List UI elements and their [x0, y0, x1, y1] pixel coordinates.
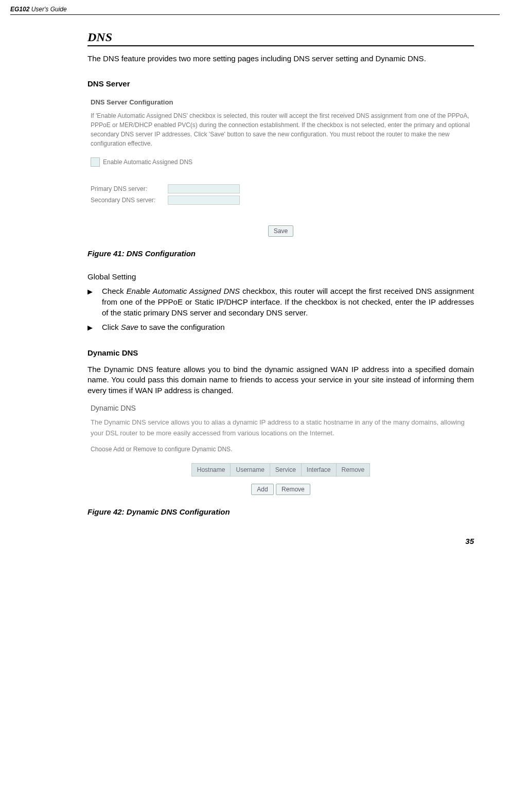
bullet2-post: to save the configuration [138, 323, 225, 331]
ddns-col-hostname: Hostname [192, 464, 231, 476]
save-button[interactable]: Save [268, 225, 293, 237]
dns-server-panel: DNS Server Configuration If 'Enable Auto… [87, 95, 474, 240]
header-suffix: User's Guide [29, 6, 66, 13]
bullet1-pre: Check [102, 287, 127, 295]
bullet2-pre: Click [102, 323, 121, 331]
ddns-panel-desc: The Dynamic DNS service allows you to al… [91, 417, 471, 439]
bullet-marker-icon: ▶ [87, 322, 102, 333]
page-number: 35 [87, 537, 474, 545]
ddns-col-interface: Interface [302, 464, 337, 476]
enable-auto-dns-label: Enable Automatic Assigned DNS [103, 158, 192, 166]
ddns-intro: The Dynamic DNS feature allows you to bi… [87, 364, 474, 396]
ddns-col-username: Username [231, 464, 270, 476]
ddns-heading: Dynamic DNS [87, 348, 474, 357]
dns-panel-desc: If 'Enable Automatic Assigned DNS' check… [91, 111, 471, 148]
dns-panel-title: DNS Server Configuration [91, 98, 471, 106]
bullet-enable-auto-dns: ▶ Check Enable Automatic Assigned DNS ch… [87, 286, 474, 318]
bullet2-em: Save [121, 323, 138, 331]
enable-auto-dns-checkbox[interactable] [91, 157, 100, 167]
dns-server-heading: DNS Server [87, 79, 474, 88]
primary-dns-label: Primary DNS server: [91, 185, 168, 192]
ddns-col-remove: Remove [337, 464, 370, 476]
global-setting-label: Global Setting [87, 272, 474, 281]
bullet1-em: Enable Automatic Assigned DNS [127, 287, 240, 295]
figure-42-caption: Figure 42: Dynamic DNS Configuration [87, 507, 474, 516]
primary-dns-input[interactable] [168, 184, 240, 193]
ddns-col-service: Service [270, 464, 302, 476]
section-title-dns: DNS [87, 30, 474, 46]
section-intro: The DNS feature provides two more settin… [87, 54, 474, 64]
figure-41-caption: Figure 41: DNS Configuration [87, 249, 474, 258]
ddns-panel-title: Dynamic DNS [91, 404, 471, 412]
ddns-table-header: Hostname Username Service Interface Remo… [191, 463, 370, 476]
secondary-dns-input[interactable] [168, 196, 240, 205]
header-model: EG102 [10, 6, 29, 13]
ddns-panel-choose: Choose Add or Remove to configure Dynami… [91, 446, 471, 453]
bullet-marker-icon: ▶ [87, 286, 102, 318]
bullet-click-save: ▶ Click Save to save the configuration [87, 322, 474, 333]
ddns-add-button[interactable]: Add [251, 484, 273, 495]
header-guide-title: EG102 User's Guide [10, 6, 67, 13]
ddns-remove-button[interactable]: Remove [276, 484, 310, 495]
ddns-panel: Dynamic DNS The Dynamic DNS service allo… [87, 401, 474, 499]
secondary-dns-label: Secondary DNS server: [91, 197, 168, 204]
